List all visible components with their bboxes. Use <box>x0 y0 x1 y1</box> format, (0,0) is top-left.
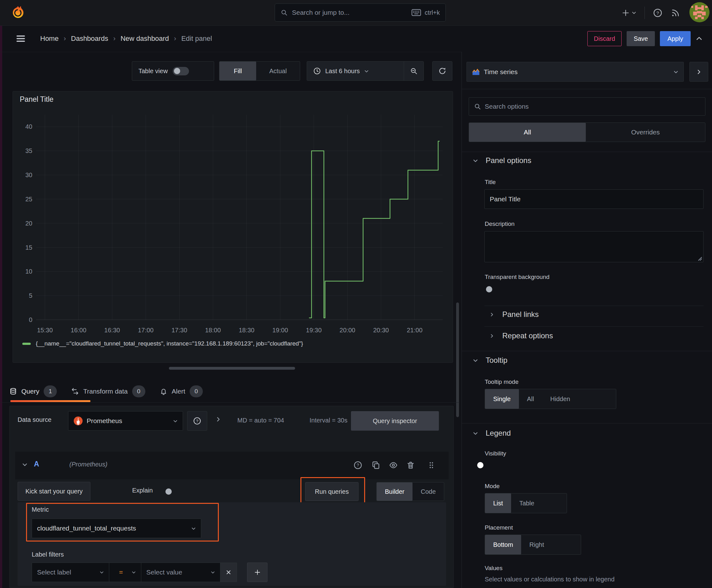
query-help-button[interactable]: ? <box>353 461 362 469</box>
chevron-right-icon <box>490 312 494 317</box>
rss-icon <box>671 8 680 18</box>
search-input[interactable] <box>291 8 408 17</box>
collapse-sidebar-button[interactable] <box>689 62 708 82</box>
datasource-help-button[interactable]: ? <box>187 411 207 430</box>
kick-start-query-button[interactable]: Kick start your query <box>18 482 90 501</box>
resize-handle-icon[interactable] <box>697 256 702 261</box>
run-queries-button[interactable]: Run queries <box>305 482 359 501</box>
description-textarea[interactable] <box>484 231 704 262</box>
remove-filter-button[interactable] <box>220 563 237 582</box>
repeat-options-section[interactable]: Repeat options <box>490 331 553 340</box>
select-value-dropdown[interactable]: Select value <box>141 563 220 582</box>
active-tab-underline <box>10 400 90 402</box>
keyboard-icon <box>412 9 421 16</box>
discard-button[interactable]: Discard <box>587 31 622 46</box>
toggle-query-visibility-button[interactable] <box>389 461 398 469</box>
breadcrumb-home[interactable]: Home <box>40 35 59 43</box>
tab-alert[interactable]: Alert 0 <box>160 381 217 402</box>
tab-query[interactable]: Query 1 <box>9 381 71 402</box>
svg-text:0: 0 <box>29 316 33 323</box>
query-row-header[interactable]: A (Prometheus) ? <box>15 452 449 479</box>
timeseries-chart[interactable]: 15:3016:0016:3017:0017:3018:0018:3019:00… <box>17 106 449 344</box>
news-button[interactable] <box>671 8 680 18</box>
breadcrumb-dashboards[interactable]: Dashboards <box>71 35 108 43</box>
operator-dropdown[interactable]: = <box>109 563 141 582</box>
metric-select[interactable]: cloudflared_tunnel_total_requests <box>32 519 201 538</box>
refresh-button[interactable] <box>432 61 452 81</box>
apply-button[interactable]: Apply <box>660 31 691 46</box>
legend-values-hint: Select values or calculations to show in… <box>485 576 615 583</box>
query-ref-id[interactable]: A <box>34 460 39 468</box>
drag-query-handle[interactable] <box>427 461 436 469</box>
breadcrumb-new-dashboard[interactable]: New dashboard <box>121 35 169 43</box>
tab-transform-count: 0 <box>132 385 145 397</box>
panel-resize-handle[interactable] <box>169 367 295 370</box>
visualization-picker[interactable]: Time series <box>467 62 684 82</box>
svg-text:15: 15 <box>25 244 33 251</box>
builder-code-switch: Builder Code <box>376 482 444 501</box>
legend-table-option[interactable]: Table <box>511 493 542 513</box>
tooltip-single-option[interactable]: Single <box>485 389 519 408</box>
tooltip-header[interactable]: Tooltip <box>473 356 507 365</box>
tooltip-all-option[interactable]: All <box>519 389 542 408</box>
fill-option[interactable]: Fill <box>219 62 256 80</box>
panel-preview: Panel Title 15:3016:0016:3017:0017:3018:… <box>13 91 453 363</box>
tooltip-mode-label: Tooltip mode <box>485 378 519 385</box>
menu-toggle[interactable] <box>16 35 25 42</box>
collapse-query-button[interactable] <box>22 462 28 467</box>
builder-option[interactable]: Builder <box>377 482 412 501</box>
tab-all[interactable]: All <box>469 123 586 142</box>
tab-transform[interactable]: Transform data 0 <box>71 381 160 402</box>
help-icon: ? <box>193 417 201 425</box>
metric-label: Metric <box>32 506 49 513</box>
panel-options-header[interactable]: Panel options <box>473 156 531 165</box>
duplicate-query-button[interactable] <box>371 461 380 469</box>
table-view-toggle[interactable] <box>173 67 189 76</box>
legend-bottom-option[interactable]: Bottom <box>485 535 521 554</box>
legend-header[interactable]: Legend <box>473 429 511 438</box>
tab-overrides[interactable]: Overrides <box>586 123 705 142</box>
collapse-options-button[interactable] <box>696 35 703 42</box>
avatar[interactable] <box>689 2 710 24</box>
help-button[interactable]: ? <box>653 8 662 18</box>
zoom-out-button[interactable] <box>404 67 424 75</box>
nav-divider <box>645 6 645 19</box>
tooltip-hidden-option[interactable]: Hidden <box>542 389 578 408</box>
legend-series-label[interactable]: {__name__="cloudflared_tunnel_total_requ… <box>36 340 303 347</box>
search-options-box[interactable]: Search options <box>469 97 706 115</box>
legend-placement-switch: Bottom Right <box>485 534 581 555</box>
actual-option[interactable]: Actual <box>256 62 300 80</box>
select-label-dropdown[interactable]: Select label <box>32 563 109 582</box>
grafana-logo[interactable] <box>11 6 25 20</box>
vertical-scrollbar[interactable] <box>456 302 459 417</box>
eye-icon <box>389 461 398 469</box>
title-input[interactable] <box>484 189 704 209</box>
add-filter-button[interactable] <box>247 563 267 582</box>
time-range-picker[interactable]: Last 6 hours <box>307 67 404 75</box>
breadcrumb-bar: Home › Dashboards › New dashboard › Edit… <box>0 25 712 52</box>
description-field-label: Description <box>485 220 515 227</box>
expand-stats-button[interactable] <box>215 417 221 422</box>
clock-icon <box>313 67 321 75</box>
query-editor-card: Data source Prometheus ? MD = auto = 704… <box>9 406 454 588</box>
svg-text:35: 35 <box>25 147 33 154</box>
panel-options-title: Panel options <box>486 156 531 165</box>
transform-icon <box>71 387 79 395</box>
svg-text:20:00: 20:00 <box>340 327 355 334</box>
global-search[interactable]: ctrl+k <box>275 3 446 22</box>
grip-icon <box>427 461 436 469</box>
panel-title[interactable]: Panel Title <box>20 95 53 104</box>
tab-alert-label: Alert <box>172 387 185 395</box>
code-option[interactable]: Code <box>412 482 444 501</box>
panel-links-section[interactable]: Panel links <box>490 310 539 319</box>
legend-list-option[interactable]: List <box>485 493 511 513</box>
save-button[interactable]: Save <box>627 31 655 46</box>
editor-tabs: Query 1 Transform data 0 Alert 0 <box>9 381 217 402</box>
add-new-button[interactable] <box>622 9 637 17</box>
query-inspector-button[interactable]: Query inspector <box>351 411 439 430</box>
legend-visibility-label: Visibility <box>485 450 506 457</box>
legend-right-option[interactable]: Right <box>521 535 552 554</box>
svg-text:16:30: 16:30 <box>104 327 120 334</box>
datasource-picker[interactable]: Prometheus <box>68 411 183 430</box>
delete-query-button[interactable] <box>406 461 415 469</box>
